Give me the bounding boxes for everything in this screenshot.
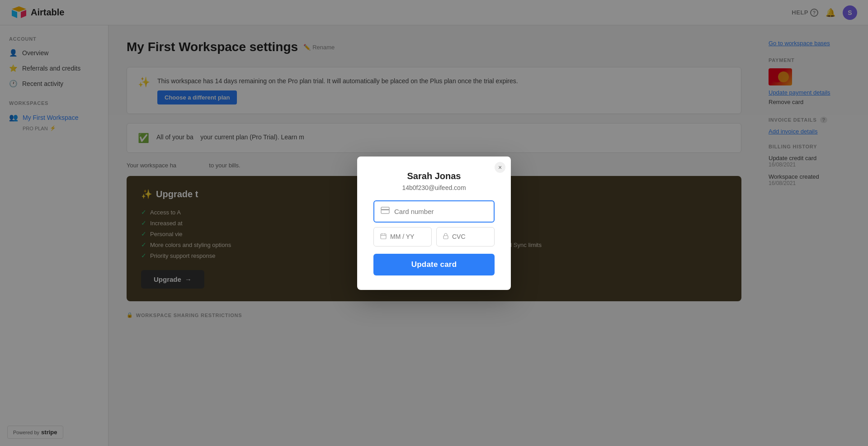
modal-close-button[interactable]: × xyxy=(495,162,505,173)
update-card-modal: × Sarah Jonas 14b0f230@uifeed.com xyxy=(357,157,511,290)
lock-icon xyxy=(443,233,448,241)
expiry-field[interactable] xyxy=(373,227,432,247)
svg-rect-10 xyxy=(443,236,448,239)
card-expiry-cvc-row xyxy=(373,227,495,247)
card-number-input[interactable] xyxy=(394,208,487,215)
cvc-field[interactable] xyxy=(436,227,495,247)
update-card-button[interactable]: Update card xyxy=(373,254,495,275)
calendar-icon xyxy=(380,233,387,241)
modal-email: 14b0f230@uifeed.com xyxy=(373,184,495,191)
svg-rect-5 xyxy=(381,209,389,210)
card-number-icon xyxy=(381,207,390,216)
modal-title: Sarah Jonas xyxy=(373,171,495,181)
svg-rect-6 xyxy=(381,234,386,239)
cvc-input[interactable] xyxy=(452,233,488,240)
card-number-field[interactable] xyxy=(373,200,495,223)
expiry-input[interactable] xyxy=(390,233,425,240)
modal-overlay[interactable]: × Sarah Jonas 14b0f230@uifeed.com xyxy=(0,0,868,446)
close-icon: × xyxy=(498,164,502,171)
